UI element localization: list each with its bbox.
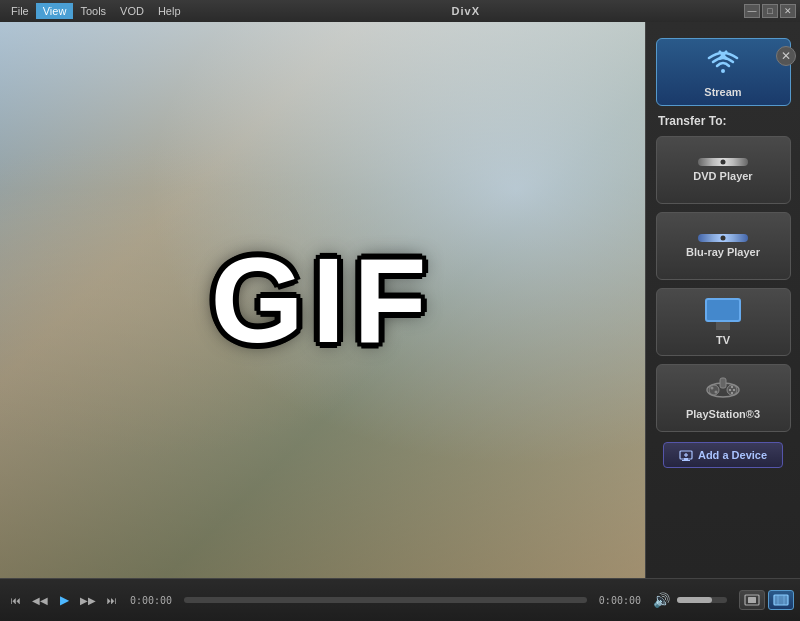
bluray-label: Blu-ray Player [686, 246, 760, 258]
stream-button[interactable]: Stream [656, 38, 791, 106]
panel-close-button[interactable]: ✕ [776, 46, 796, 66]
transfer-label: Transfer To: [658, 114, 726, 128]
tv-label: TV [716, 334, 730, 346]
svg-point-12 [731, 392, 733, 394]
svg-point-8 [711, 387, 714, 390]
svg-rect-19 [748, 597, 756, 603]
tv-icon [705, 298, 741, 322]
title-bar: File View Tools VOD Help DivX — □ ✕ [0, 0, 800, 22]
right-panel: ✕ Stream Transfer To: DVD [645, 22, 800, 578]
svg-point-4 [709, 385, 719, 395]
menu-vod[interactable]: VOD [113, 3, 151, 19]
menu-view[interactable]: View [36, 3, 74, 19]
svg-rect-15 [682, 460, 690, 461]
stretch-icon [773, 594, 789, 606]
dvd-icon [698, 158, 748, 166]
dvd-player-button[interactable]: DVD Player [656, 136, 791, 204]
minimize-button[interactable]: — [744, 4, 760, 18]
fit-view-button[interactable] [739, 590, 765, 610]
app-title: DivX [452, 5, 480, 17]
volume-icon[interactable]: 🔊 [653, 592, 670, 608]
rewind-button[interactable]: ◀◀ [30, 590, 50, 610]
fit-icon [744, 594, 760, 606]
maximize-button[interactable]: □ [762, 4, 778, 18]
menu-tools[interactable]: Tools [73, 3, 113, 19]
view-buttons [739, 590, 794, 610]
svg-rect-6 [720, 378, 726, 388]
seek-bar[interactable] [184, 597, 587, 603]
window-controls: — □ ✕ [744, 4, 796, 18]
tv-button[interactable]: TV [656, 288, 791, 356]
time-remaining: 0:00:00 [599, 595, 641, 606]
main-layout: GIF ✕ Stream Transfer To: [0, 22, 800, 578]
dvd-label: DVD Player [693, 170, 752, 182]
add-device-icon [679, 448, 693, 462]
close-button[interactable]: ✕ [780, 4, 796, 18]
bluray-icon [698, 234, 748, 242]
bluray-player-button[interactable]: Blu-ray Player [656, 212, 791, 280]
bottom-bar: ⏮ ◀◀ ▶ ▶▶ ⏭ 0:00:00 0:00:00 🔊 [0, 578, 800, 621]
svg-rect-14 [684, 458, 688, 460]
stream-label: Stream [704, 86, 741, 98]
svg-rect-20 [774, 595, 788, 605]
stream-icon [707, 47, 739, 82]
prev-button[interactable]: ⏮ [6, 590, 26, 610]
volume-bar[interactable] [677, 597, 727, 603]
add-device-label: Add a Device [698, 449, 767, 461]
menu-file[interactable]: File [4, 3, 36, 19]
time-elapsed: 0:00:00 [130, 595, 172, 606]
video-area[interactable]: GIF [0, 22, 645, 578]
gif-overlay-text: GIF [211, 231, 435, 369]
menu-bar: File View Tools VOD Help [4, 3, 188, 19]
svg-point-7 [715, 391, 718, 394]
svg-point-10 [733, 389, 735, 391]
ps3-button[interactable]: PlayStation®3 [656, 364, 791, 432]
menu-help[interactable]: Help [151, 3, 188, 19]
next-button[interactable]: ⏭ [102, 590, 122, 610]
svg-point-11 [729, 389, 731, 391]
play-button[interactable]: ▶ [54, 590, 74, 610]
stretch-view-button[interactable] [768, 590, 794, 610]
ps3-label: PlayStation®3 [686, 408, 760, 420]
volume-fill [677, 597, 712, 603]
forward-button[interactable]: ▶▶ [78, 590, 98, 610]
ps3-icon [704, 376, 742, 404]
svg-point-9 [731, 386, 733, 388]
add-device-button[interactable]: Add a Device [663, 442, 783, 468]
